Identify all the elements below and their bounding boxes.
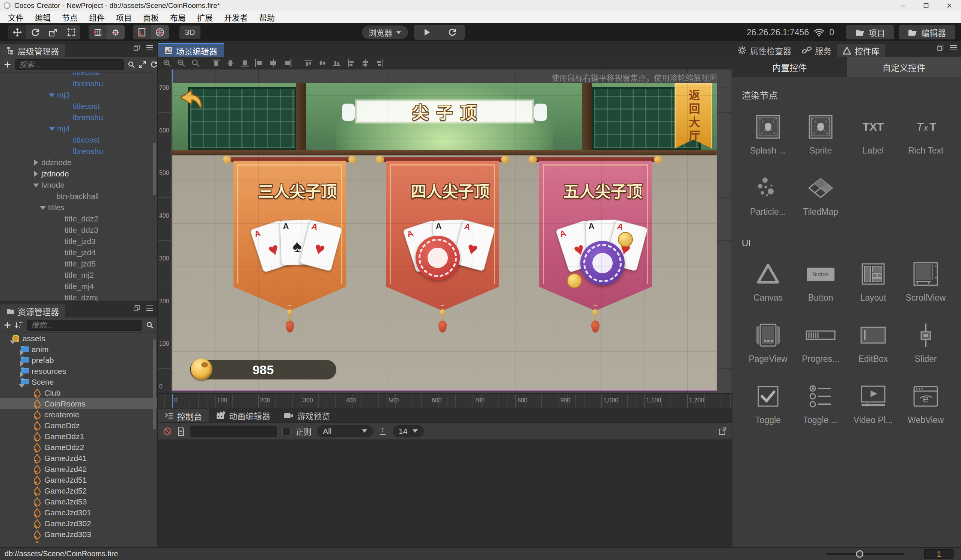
asset-row[interactable]: CoinRooms [0, 398, 157, 409]
asset-row[interactable]: GameDdz1 [0, 431, 157, 442]
room-banner[interactable]: 五人尖子顶 A♥ A♠ A♥ [532, 156, 659, 336]
console-popout-icon[interactable] [718, 427, 727, 435]
hierarchy-search-input[interactable] [15, 59, 124, 70]
back-button[interactable] [177, 88, 205, 112]
font-size-dropdown[interactable]: 14 [393, 425, 424, 437]
distribute-right-icon[interactable] [373, 58, 386, 68]
tree-arrow-icon[interactable] [56, 272, 62, 279]
hierarchy-node-row[interactable]: title_ddz3 [0, 225, 157, 236]
refresh-icon[interactable] [150, 61, 157, 68]
asset-row[interactable]: Scene [0, 377, 157, 387]
widget-cell[interactable]: Particle... [742, 165, 794, 227]
widget-cell[interactable]: Splash ... [742, 104, 794, 165]
tree-arrow-icon[interactable] [64, 136, 71, 143]
align-hcenter-icon[interactable] [267, 58, 280, 68]
widget-cell[interactable]: TiledMap [794, 165, 847, 227]
asset-row[interactable]: GameJzd303 [0, 529, 157, 540]
menu-item[interactable]: 节点 [56, 11, 84, 23]
widget-cell[interactable]: PageView [742, 313, 794, 374]
asset-row[interactable]: GameJzd42 [0, 464, 157, 475]
tree-arrow-icon[interactable] [32, 159, 39, 166]
console-tab[interactable]: 动画编辑器 [209, 409, 277, 422]
asset-row[interactable]: GameMJ2D [0, 540, 157, 543]
coin-counter[interactable]: 985 [190, 360, 336, 379]
distribute-bottom-icon[interactable] [330, 58, 343, 68]
tree-arrow-icon[interactable] [32, 182, 39, 188]
asset-row[interactable]: GameDdz2 [0, 442, 157, 452]
sort-assets-icon[interactable] [15, 321, 23, 329]
anchor-mode-button[interactable] [107, 25, 125, 39]
panel-menu-icon[interactable] [146, 45, 154, 51]
hierarchy-node-row[interactable]: titlecost [0, 101, 157, 112]
room-banner[interactable]: 四人尖子顶 A♥ A♠ A♥ [379, 156, 506, 336]
hierarchy-node-row[interactable]: mj4 [0, 123, 157, 134]
asset-row[interactable]: GameJzd53 [0, 496, 157, 507]
log-level-dropdown[interactable]: All [317, 425, 373, 437]
right-panel-tab[interactable]: 服务 [797, 43, 837, 57]
add-node-button[interactable] [4, 61, 11, 68]
widget-cell[interactable]: Video Pl... [847, 374, 900, 435]
reload-button[interactable] [448, 28, 457, 37]
hierarchy-node-row[interactable]: titles [0, 202, 157, 213]
tree-arrow-icon[interactable] [47, 193, 54, 200]
log-file-icon[interactable] [177, 427, 185, 436]
panel-popout-icon[interactable] [133, 44, 140, 51]
asset-row[interactable]: GameJzd41 [0, 452, 157, 464]
tree-arrow-icon[interactable] [56, 215, 62, 222]
scene-viewport[interactable]: 使用鼠标右键平移视窗焦点，使用滚轮缩放视图 [171, 69, 732, 393]
clear-console-icon[interactable] [163, 427, 172, 436]
hierarchy-node-row[interactable]: lbrenshu [0, 112, 157, 123]
widget-cell[interactable]: Sprite [794, 104, 847, 165]
scale-tool-button[interactable] [44, 25, 62, 39]
search-icon[interactable] [128, 61, 135, 68]
asset-row[interactable]: GameJzd301 [0, 507, 157, 518]
console-tab[interactable]: 游戏预览 [277, 409, 337, 422]
widget-cell[interactable]: Toggle [742, 374, 794, 435]
hierarchy-node-row[interactable]: title_jzd4 [0, 247, 157, 258]
asset-row[interactable]: GameJzd51 [0, 475, 157, 485]
hierarchy-node-row[interactable]: jzdnode [0, 168, 157, 180]
widget-cell[interactable]: e WebView [900, 374, 952, 435]
right-panel-tab[interactable]: 属性检查器 [733, 43, 797, 57]
tree-arrow-icon[interactable] [64, 148, 71, 155]
scene-title-plaque[interactable]: 尖子顶 [356, 101, 533, 122]
menu-item[interactable]: 扩展 [191, 11, 219, 23]
align-vcenter-icon[interactable] [224, 58, 237, 68]
tree-arrow-icon[interactable] [56, 249, 62, 256]
panel-popout-icon[interactable] [133, 305, 140, 311]
tree-arrow-icon[interactable] [56, 283, 62, 290]
asset-row[interactable]: prefab [0, 355, 157, 366]
hierarchy-node-row[interactable]: lbrenshu [0, 146, 157, 157]
platform-dropdown[interactable]: 浏览器 [362, 26, 408, 39]
asset-row[interactable]: GameDdz [0, 420, 157, 431]
maximize-button[interactable] [914, 0, 938, 11]
hierarchy-node-row[interactable]: title_mj2 [0, 270, 157, 281]
open-editor-button[interactable]: 编辑器 [899, 25, 955, 39]
console-tab[interactable]: 控制台 [157, 409, 209, 422]
distribute-vcenter-icon[interactable] [316, 58, 329, 68]
widget-cell[interactable]: Slider [900, 313, 952, 374]
play-button[interactable] [422, 27, 432, 37]
hierarchy-node-row[interactable]: lbrenshu [0, 78, 157, 89]
tree-arrow-icon[interactable] [56, 294, 62, 301]
menu-item[interactable]: 组件 [84, 11, 110, 23]
assets-zoom-slider[interactable] [826, 550, 905, 558]
minimize-button[interactable] [891, 0, 914, 11]
hierarchy-node-row[interactable]: mj3 [0, 89, 157, 101]
slider-knob[interactable] [856, 550, 863, 558]
expand-all-icon[interactable] [139, 61, 146, 68]
menu-item[interactable]: 面板 [137, 11, 164, 23]
rotate-tool-button[interactable] [26, 25, 44, 39]
tree-arrow-icon[interactable] [39, 204, 46, 211]
zoom-out-icon[interactable] [175, 58, 188, 68]
console-filter-input[interactable] [190, 426, 277, 437]
tab-hierarchy[interactable]: 层级管理器 [0, 43, 65, 57]
room-banner[interactable]: 三人尖子顶 A♥ A♠ A♥ [226, 156, 354, 336]
menu-item[interactable]: 布局 [164, 11, 191, 23]
distribute-hcenter-icon[interactable] [359, 58, 372, 68]
panel-menu-icon[interactable] [146, 305, 154, 311]
tree-arrow-icon[interactable] [64, 103, 71, 109]
widget-cell[interactable]: TXT Label [847, 104, 900, 165]
game-canvas[interactable]: 尖子顶 返回大厅 三人尖子顶 A♥ A♠ A♥ [172, 83, 717, 390]
assets-search-input[interactable] [27, 320, 142, 331]
